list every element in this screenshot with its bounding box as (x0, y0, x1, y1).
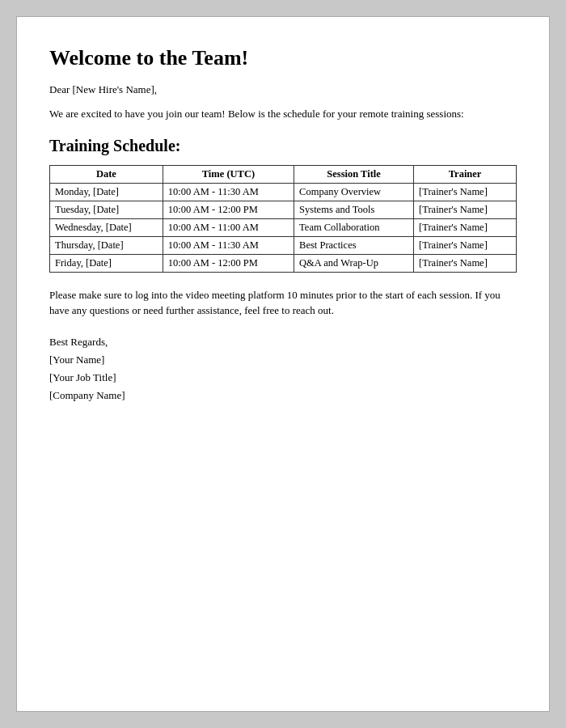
table-cell: 10:00 AM - 12:00 PM (163, 201, 294, 218)
sign-off-line3: [Your Job Title] (49, 369, 517, 387)
table-cell: Monday, [Date] (50, 183, 163, 201)
table-cell: [Trainer's Name] (414, 201, 517, 218)
table-row: Tuesday, [Date]10:00 AM - 12:00 PMSystem… (50, 201, 517, 218)
table-row: Wednesday, [Date]10:00 AM - 11:00 AMTeam… (50, 218, 517, 236)
table-row: Monday, [Date]10:00 AM - 11:30 AMCompany… (50, 183, 517, 201)
table-row: Thursday, [Date]10:00 AM - 11:30 AMBest … (50, 236, 517, 254)
section-title: Training Schedule: (49, 137, 517, 155)
table-cell: Thursday, [Date] (50, 236, 163, 254)
col-header-date: Date (50, 165, 163, 183)
footer-text: Please make sure to log into the video m… (49, 287, 517, 319)
table-cell: [Trainer's Name] (414, 218, 517, 236)
sign-off-line2: [Your Name] (49, 351, 517, 369)
table-cell: Q&A and Wrap-Up (294, 254, 414, 272)
intro-text: We are excited to have you join our team… (49, 106, 517, 122)
greeting-text: Dear [New Hire's Name], (49, 83, 517, 96)
table-cell: Best Practices (294, 236, 414, 254)
col-header-session: Session Title (294, 165, 414, 183)
table-row: Friday, [Date]10:00 AM - 12:00 PMQ&A and… (50, 254, 517, 272)
sign-off-line4: [Company Name] (49, 387, 517, 404)
table-cell: 10:00 AM - 11:30 AM (163, 236, 294, 254)
table-cell: 10:00 AM - 11:00 AM (163, 218, 294, 236)
table-cell: 10:00 AM - 11:30 AM (163, 183, 294, 201)
table-cell: 10:00 AM - 12:00 PM (163, 254, 294, 272)
table-cell: Wednesday, [Date] (50, 218, 163, 236)
col-header-trainer: Trainer (414, 165, 517, 183)
sign-off: Best Regards, [Your Name] [Your Job Titl… (49, 333, 517, 404)
table-cell: Friday, [Date] (50, 254, 163, 272)
col-header-time: Time (UTC) (163, 165, 294, 183)
table-cell: Systems and Tools (294, 201, 414, 218)
table-cell: Team Collaboration (294, 218, 414, 236)
table-cell: Tuesday, [Date] (50, 201, 163, 218)
table-cell: Company Overview (294, 183, 414, 201)
sign-off-line1: Best Regards, (49, 333, 517, 351)
table-cell: [Trainer's Name] (414, 236, 517, 254)
main-title: Welcome to the Team! (49, 46, 517, 70)
training-schedule-table: Date Time (UTC) Session Title Trainer Mo… (49, 165, 517, 273)
table-cell: [Trainer's Name] (414, 254, 517, 272)
document-container: Welcome to the Team! Dear [New Hire's Na… (16, 16, 550, 712)
table-cell: [Trainer's Name] (414, 183, 517, 201)
table-header-row: Date Time (UTC) Session Title Trainer (50, 165, 517, 183)
